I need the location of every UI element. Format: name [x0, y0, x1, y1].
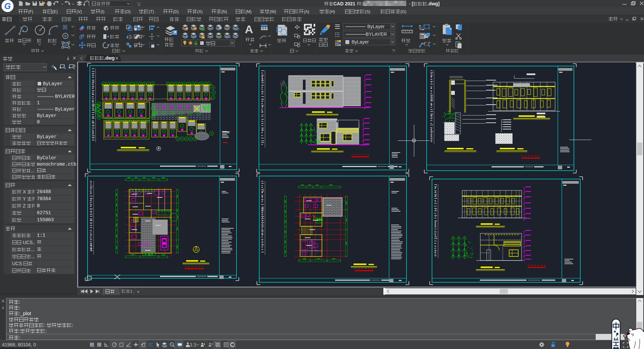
svg-text:G: G: [4, 1, 11, 11]
